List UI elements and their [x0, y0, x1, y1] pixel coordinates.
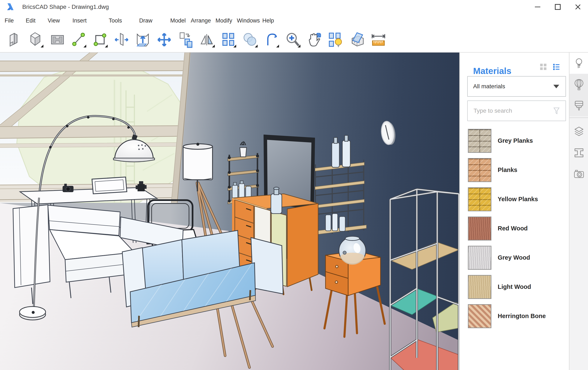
- menu-item-arrange[interactable]: Arrange: [191, 17, 211, 24]
- fillet-tool-button[interactable]: [263, 31, 280, 48]
- hot-air-balloon-panel-button[interactable]: [569, 74, 588, 95]
- strip-divider: [569, 118, 588, 118]
- maximize-button[interactable]: [548, 0, 568, 14]
- materials-list: Grey PlanksPlanksYellow PlanksRed WoodGr…: [460, 126, 569, 331]
- profile-tool-button[interactable]: [49, 31, 65, 48]
- lightbulb-panel-button[interactable]: [569, 53, 588, 74]
- material-label: Light Wood: [498, 283, 531, 290]
- filter-funnel-icon: [552, 106, 561, 115]
- material-row-grey-planks[interactable]: Grey Planks: [460, 126, 569, 155]
- bricscad-shape-window: BricsCAD Shape - Drawing1.dwg FileEditVi…: [0, 0, 588, 370]
- array-tool-button[interactable]: [220, 31, 237, 48]
- menu-item-model[interactable]: Model: [170, 17, 186, 24]
- extrude-tool-icon: [134, 31, 151, 48]
- menu-item-windows[interactable]: Windows: [237, 17, 260, 24]
- zoom-tool-icon: [284, 31, 301, 48]
- material-swatch-planks[interactable]: [468, 158, 491, 182]
- camera-panel-button[interactable]: [569, 163, 588, 185]
- chevron-down-icon: [553, 85, 559, 88]
- dimension-tool-icon: [370, 31, 387, 48]
- i-beam-profile-icon: [573, 147, 585, 159]
- material-row-yellow-planks[interactable]: Yellow Planks: [460, 185, 569, 214]
- material-swatch-grey-planks[interactable]: [468, 129, 491, 153]
- quick-tips-tool-icon: [327, 31, 344, 48]
- move-tool-button[interactable]: [156, 31, 173, 48]
- material-swatch-grey-wood[interactable]: [468, 246, 491, 270]
- material-label: Grey Wood: [498, 254, 530, 261]
- material-swatch-yellow-planks[interactable]: [468, 187, 491, 211]
- menu-item-insert[interactable]: Insert: [73, 17, 87, 24]
- grid-view-button[interactable]: [539, 63, 547, 71]
- fishbowl[interactable]: [339, 236, 366, 265]
- materials-filter-dropdown[interactable]: All materials: [467, 76, 566, 97]
- camera-icon: [573, 168, 585, 180]
- zoom-tool-button[interactable]: [284, 31, 301, 48]
- lightbulb-icon: [573, 57, 585, 69]
- line-tool-button[interactable]: [70, 31, 87, 48]
- close-icon: [574, 3, 581, 11]
- material-label: Grey Planks: [498, 137, 533, 144]
- viewport-3d-scene[interactable]: [0, 53, 459, 370]
- material-swatch-red-wood[interactable]: [468, 217, 491, 240]
- i-beam-profile-panel-button[interactable]: [569, 142, 588, 163]
- copy-tool-button[interactable]: [177, 31, 194, 48]
- menu-item-edit[interactable]: Edit: [26, 17, 36, 24]
- move-tool-icon: [156, 31, 173, 48]
- dropdown-value: All materials: [473, 83, 505, 90]
- menu-item-tools[interactable]: Tools: [109, 17, 122, 24]
- push-pull-tool-button[interactable]: [113, 31, 130, 48]
- menu-item-view[interactable]: View: [48, 17, 60, 24]
- layers-panel-button[interactable]: [569, 121, 588, 142]
- view-toggles: [539, 63, 560, 71]
- material-label: Yellow Planks: [498, 196, 538, 203]
- section-tool-icon: [349, 31, 365, 48]
- extrude-tool-button[interactable]: [134, 31, 151, 48]
- section-tool-button[interactable]: [349, 31, 365, 48]
- window-title: BricsCAD Shape - Drawing1.dwg: [22, 4, 109, 10]
- material-row-red-wood[interactable]: Red Wood: [460, 214, 569, 243]
- material-row-planks[interactable]: Planks: [460, 155, 569, 185]
- material-label: Red Wood: [498, 225, 528, 232]
- menu-bar: FileEditViewInsertToolsDrawModelArrangeM…: [0, 14, 588, 27]
- fillet-tool-icon: [263, 31, 280, 48]
- side-icon-strip: [569, 53, 588, 370]
- maximize-icon: [554, 3, 561, 11]
- menu-item-modify[interactable]: Modify: [215, 17, 232, 24]
- wall-tool-icon: [6, 31, 23, 48]
- material-row-grey-wood[interactable]: Grey Wood: [460, 243, 569, 272]
- toolbar: [0, 27, 588, 53]
- solid-box-tool-button[interactable]: [27, 31, 44, 48]
- wall-tool-button[interactable]: [6, 31, 23, 48]
- pan-tool-button[interactable]: [306, 31, 323, 48]
- array-tool-icon: [220, 31, 237, 48]
- paint-brush-panel-button[interactable]: [569, 95, 588, 116]
- minimize-icon: [534, 3, 541, 11]
- material-swatch-light-wood[interactable]: [468, 275, 491, 299]
- menu-item-help[interactable]: Help: [262, 17, 274, 24]
- material-label: Herrington Bone: [498, 313, 546, 320]
- material-swatch-herrington-bone[interactable]: [468, 304, 491, 328]
- mirror-tool-icon: [199, 31, 215, 48]
- mirror-tool-button[interactable]: [199, 31, 215, 48]
- bricscad-logo-icon: [5, 2, 15, 12]
- profile-tool-icon: [49, 31, 65, 48]
- quick-tips-tool-button[interactable]: [327, 31, 344, 48]
- search-input[interactable]: [473, 107, 550, 114]
- grid-view-icon: [539, 63, 547, 71]
- dimension-tool-button[interactable]: [370, 31, 387, 48]
- union-tool-button[interactable]: [242, 31, 258, 48]
- material-label: Planks: [498, 166, 517, 174]
- menu-item-file[interactable]: File: [5, 17, 14, 24]
- minimize-button[interactable]: [527, 0, 548, 14]
- material-row-herrington-bone[interactable]: Herrington Bone: [460, 302, 569, 331]
- list-view-button[interactable]: [552, 63, 560, 71]
- material-row-light-wood[interactable]: Light Wood: [460, 272, 569, 302]
- rectangle-tool-button[interactable]: [92, 31, 108, 48]
- union-tool-icon: [242, 31, 258, 48]
- materials-search: [467, 100, 566, 121]
- pan-tool-icon: [306, 31, 323, 48]
- layers-icon: [573, 126, 585, 138]
- close-button[interactable]: [568, 0, 588, 14]
- menu-item-draw[interactable]: Draw: [139, 17, 152, 24]
- title-bar: BricsCAD Shape - Drawing1.dwg: [0, 0, 588, 14]
